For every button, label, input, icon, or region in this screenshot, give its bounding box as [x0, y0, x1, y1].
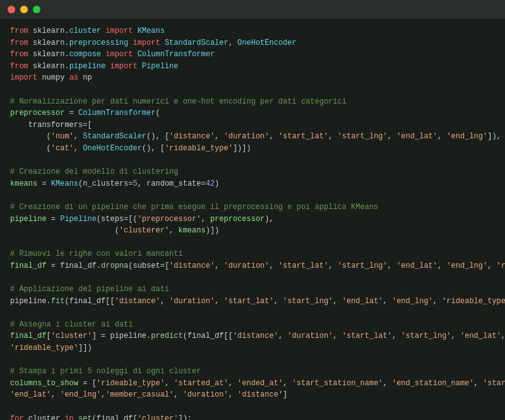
close-button[interactable] [8, 6, 15, 13]
minimize-button[interactable] [20, 6, 28, 13]
maximize-button[interactable] [33, 6, 40, 13]
code-editor[interactable]: from sklearn.cluster import KMeans from … [0, 19, 505, 420]
title-bar [0, 0, 505, 19]
